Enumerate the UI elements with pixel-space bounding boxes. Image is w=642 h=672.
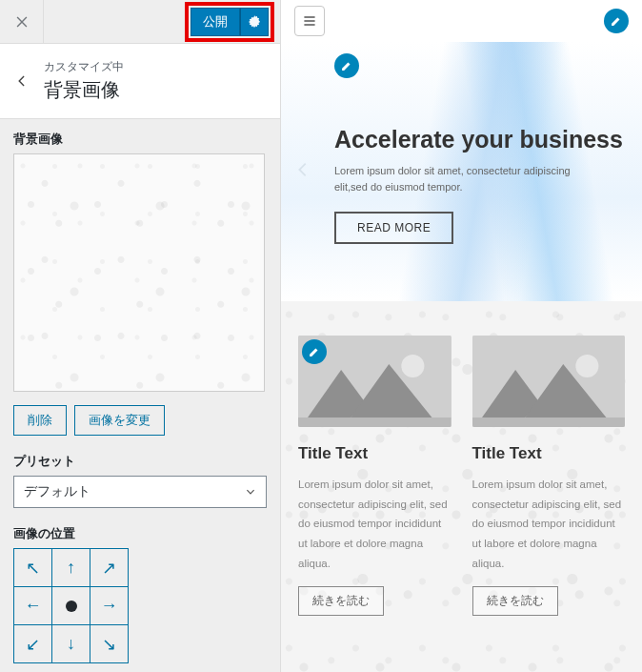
chevron-left-icon xyxy=(294,161,311,178)
back-button[interactable] xyxy=(0,74,44,88)
preview-header xyxy=(281,0,642,42)
delete-image-button[interactable]: 削除 xyxy=(13,405,67,436)
arrow-down-left-icon: ↙ xyxy=(26,634,40,655)
position-bottom-right[interactable]: ↘ xyxy=(90,625,129,663)
card-text: Lorem ipsum dolor sit amet, consectetur … xyxy=(472,475,626,573)
feature-card: Title Text Lorem ipsum dolor sit amet, c… xyxy=(472,336,626,672)
position-right[interactable]: → xyxy=(90,587,129,625)
card-image-placeholder xyxy=(472,336,626,427)
position-bottom-left[interactable]: ↙ xyxy=(14,625,52,663)
publish-button[interactable]: 公開 xyxy=(191,8,240,36)
close-icon xyxy=(15,15,29,29)
position-top-left[interactable]: ↖ xyxy=(14,549,52,587)
annotation-highlight: 公開 xyxy=(185,2,274,42)
image-actions: 削除 画像を変更 xyxy=(13,405,267,436)
hero-readmore-button[interactable]: READ MORE xyxy=(334,212,453,244)
arrow-down-right-icon: ↘ xyxy=(102,634,116,655)
card-text: Lorem ipsum dolor sit amet, consectetur … xyxy=(298,475,451,573)
heading-text: カスタマイズ中 背景画像 xyxy=(44,59,124,103)
image-position-label: 画像の位置 xyxy=(13,525,267,542)
mountain-placeholder-icon xyxy=(472,336,626,427)
background-image-label: 背景画像 xyxy=(13,131,267,148)
preset-label: プリセット xyxy=(13,453,267,470)
panel-heading: カスタマイズ中 背景画像 xyxy=(0,44,280,119)
card-readmore-button[interactable]: 続きを読む xyxy=(298,586,384,616)
arrow-up-icon: ↑ xyxy=(67,558,75,578)
edit-cards-button[interactable] xyxy=(302,339,327,364)
pencil-icon xyxy=(610,14,623,28)
chevron-down-icon xyxy=(245,486,256,498)
position-top-right[interactable]: ↗ xyxy=(90,549,129,587)
section-title: 背景画像 xyxy=(44,77,124,103)
gear-icon xyxy=(248,15,261,29)
position-top[interactable]: ↑ xyxy=(52,549,90,587)
arrow-down-icon: ↓ xyxy=(67,634,75,654)
hamburger-icon xyxy=(302,13,317,29)
change-image-button[interactable]: 画像を変更 xyxy=(74,405,165,436)
card-readmore-button[interactable]: 続きを読む xyxy=(472,586,558,616)
site-preview: Accelerate your business Lorem ipsum dol… xyxy=(281,0,642,672)
hero-text: Lorem ipsum dolor sit amet, consectetur … xyxy=(334,163,582,194)
svg-point-1 xyxy=(401,355,424,377)
feature-card: Title Text Lorem ipsum dolor sit amet, c… xyxy=(298,336,451,672)
slider-prev-button[interactable] xyxy=(294,159,311,184)
hero-title: Accelerate your business xyxy=(334,126,625,153)
svg-rect-5 xyxy=(472,417,626,427)
panel-topbar: 公開 xyxy=(0,0,280,44)
card-title: Title Text xyxy=(472,444,626,463)
dot-icon xyxy=(66,601,77,612)
close-customizer-button[interactable] xyxy=(0,0,44,44)
edit-hero-button[interactable] xyxy=(334,53,359,78)
publish-area: 公開 xyxy=(185,0,280,43)
preset-select[interactable]: デフォルト xyxy=(13,476,267,508)
customize-panel: 公開 カスタマイズ中 背景画像 背景画像 削除 画像を変更 プリセット xyxy=(0,0,281,672)
background-image-preview[interactable] xyxy=(13,153,265,392)
publish-settings-button[interactable] xyxy=(240,8,269,36)
edit-header-button[interactable] xyxy=(604,9,629,33)
cards-section: Title Text Lorem ipsum dolor sit amet, c… xyxy=(281,301,642,672)
arrow-up-left-icon: ↖ xyxy=(26,558,40,579)
position-left[interactable]: ← xyxy=(14,587,52,625)
arrow-right-icon: → xyxy=(101,596,118,616)
arrow-up-right-icon: ↗ xyxy=(102,558,116,579)
svg-rect-2 xyxy=(298,417,451,427)
chevron-left-icon xyxy=(15,74,29,88)
position-center[interactable] xyxy=(52,587,90,625)
card-title: Title Text xyxy=(298,444,451,463)
panel-body: 背景画像 削除 画像を変更 プリセット デフォルト 画像の位置 ↖ ↑ ↗ ← … xyxy=(0,119,280,672)
breadcrumb: カスタマイズ中 xyxy=(44,59,124,75)
pencil-icon xyxy=(308,345,321,358)
preset-select-value: デフォルト xyxy=(24,483,90,500)
hero-section: Accelerate your business Lorem ipsum dol… xyxy=(281,42,642,301)
menu-button[interactable] xyxy=(294,6,325,36)
position-bottom[interactable]: ↓ xyxy=(52,625,90,663)
arrow-left-icon: ← xyxy=(25,596,42,616)
svg-point-4 xyxy=(575,355,598,377)
pencil-icon xyxy=(340,59,353,72)
position-grid: ↖ ↑ ↗ ← → ↙ ↓ ↘ xyxy=(13,548,129,663)
